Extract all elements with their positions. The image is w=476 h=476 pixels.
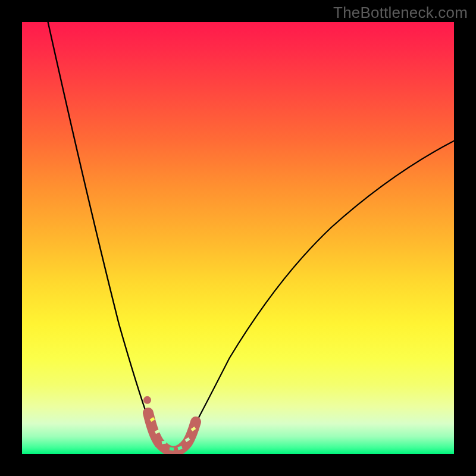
watermark-text: TheBottleneck.com — [333, 4, 468, 22]
svg-line-0 — [151, 418, 154, 421]
svg-line-3 — [170, 449, 174, 449]
chart-svg — [22, 22, 454, 454]
svg-line-4 — [178, 447, 182, 449]
svg-line-2 — [162, 442, 166, 443]
curve-right-branch — [186, 141, 454, 441]
svg-line-5 — [186, 439, 189, 441]
chart-frame: TheBottleneck.com — [0, 0, 476, 476]
curve-left-branch — [48, 22, 158, 441]
plot-area — [22, 22, 454, 454]
svg-line-6 — [192, 428, 195, 430]
highlight-extra-dot — [143, 396, 151, 404]
svg-line-1 — [155, 431, 159, 433]
